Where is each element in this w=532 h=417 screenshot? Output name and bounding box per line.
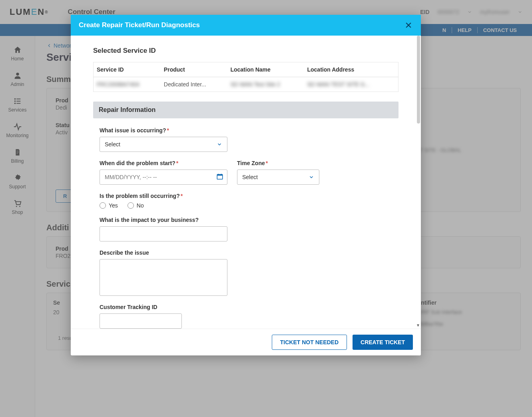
chevron-down-icon (217, 142, 222, 147)
problem-start-input[interactable] (100, 170, 227, 185)
chevron-down-icon (309, 174, 314, 180)
th-service-id: Service ID (94, 62, 161, 77)
radio-icon (100, 202, 106, 209)
modal-title: Create Repair Ticket/Run Diagnostics (79, 21, 200, 29)
repair-info-heading: Repair Information (93, 102, 399, 118)
timezone-label: Time Zone* (237, 160, 319, 166)
modal-header: Create Repair Ticket/Run Diagnostics (71, 15, 421, 36)
ticket-not-needed-button[interactable]: TICKET NOT NEEDED (272, 335, 347, 350)
th-product: Product (161, 62, 227, 77)
create-ticket-modal: Create Repair Ticket/Run Diagnostics Sel… (71, 15, 421, 355)
radio-yes[interactable]: Yes (100, 202, 118, 209)
cell-product: Dedicated Inter... (161, 77, 227, 92)
radio-no-label: No (137, 202, 144, 209)
cell-service-id: FRC2008847404 (94, 77, 161, 92)
modal-body: Selected Service ID Service ID Product L… (71, 36, 421, 329)
calendar-icon[interactable] (216, 173, 223, 182)
impact-label: What is the impact to your business? (100, 217, 399, 223)
create-ticket-button[interactable]: CREATE TICKET (353, 335, 413, 350)
radio-no[interactable]: No (128, 202, 144, 209)
selected-service-table: Service ID Product Location Name Locatio… (93, 62, 399, 92)
select-placeholder: Select (242, 174, 258, 180)
cell-location-name: SD WAN Test Site 2 (227, 77, 304, 92)
scrollbar[interactable] (417, 36, 420, 124)
when-label: When did the problem start?* (100, 160, 227, 166)
th-location-address: Location Address (304, 62, 398, 77)
select-placeholder: Select (105, 141, 120, 148)
close-icon[interactable] (404, 21, 413, 30)
table-row: FRC2008847404 Dedicated Inter... SD WAN … (94, 77, 399, 92)
issue-select[interactable]: Select (100, 137, 227, 152)
describe-textarea[interactable] (100, 259, 227, 296)
svg-rect-13 (217, 174, 223, 176)
radio-icon (128, 202, 134, 209)
describe-label: Describe the issue (100, 249, 399, 256)
scroll-down-icon[interactable]: ▼ (415, 323, 421, 329)
th-location-name: Location Name (227, 62, 304, 77)
selected-service-heading: Selected Service ID (93, 47, 399, 55)
impact-input[interactable] (100, 226, 227, 241)
tracking-label: Customer Tracking ID (100, 304, 399, 310)
tracking-input[interactable] (100, 313, 182, 329)
issue-label: What issue is occurring?* (100, 127, 399, 134)
modal-footer: TICKET NOT NEEDED CREATE TICKET (71, 329, 421, 355)
timezone-select[interactable]: Select (237, 170, 319, 185)
radio-yes-label: Yes (109, 202, 118, 209)
still-occurring-label: Is the problem still occurring?* (100, 193, 399, 199)
cell-location-address: SD WAN TEST SITE G... (304, 77, 398, 92)
